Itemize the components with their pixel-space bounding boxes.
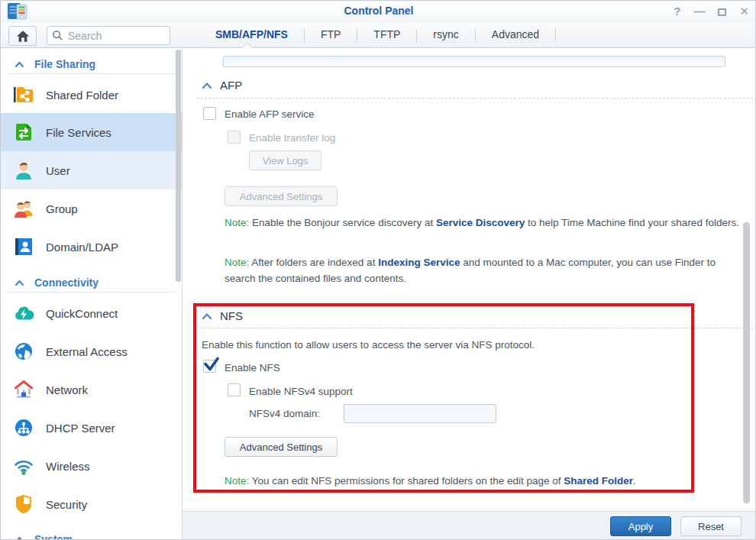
chevron-up-icon (15, 61, 24, 68)
wireless-icon (13, 455, 34, 477)
sidebar-item-label: Network (46, 383, 88, 396)
sidebar-item-wireless[interactable]: Wireless (1, 447, 183, 485)
sidebar-section-system[interactable]: System (1, 531, 183, 540)
home-button[interactable] (8, 26, 37, 46)
indexing-service-link[interactable]: Indexing Service (378, 257, 460, 268)
sidebar-item-label: External Access (46, 345, 128, 358)
nfsv4-domain-input[interactable] (344, 404, 496, 423)
note-text: . (633, 475, 636, 487)
content-scrollbar[interactable] (743, 222, 750, 503)
quickconnect-icon (13, 302, 34, 324)
enable-nfsv4-checkbox[interactable] (228, 383, 241, 396)
tab-ftp[interactable]: FTP (305, 22, 357, 47)
enable-transfer-log-label: Enable transfer log (249, 132, 335, 144)
enable-nfs-label: Enable NFS (225, 362, 280, 373)
nfs-description: Enable this function to allow users to a… (202, 339, 535, 351)
sidebar-item-domain-ldap[interactable]: Domain/LDAP (1, 228, 183, 266)
shared-folder-link[interactable]: Shared Folder (564, 475, 633, 487)
sidebar-scrollbar[interactable] (176, 50, 181, 282)
minimize-button[interactable]: — (693, 5, 705, 18)
divider (7, 292, 176, 293)
note-text: to help Time Machine find your shared fo… (525, 217, 739, 228)
divider (197, 328, 753, 328)
scrolled-panel-edge (223, 56, 725, 67)
nfs-advanced-settings-button[interactable]: Advanced Settings (225, 437, 338, 457)
tab-separator (555, 28, 556, 42)
chevron-up-icon (15, 280, 24, 286)
group-icon (13, 198, 34, 219)
sidebar-item-label: User (46, 164, 70, 177)
section-label: Connectivity (34, 276, 99, 289)
service-discovery-link[interactable]: Service Discovery (436, 217, 525, 228)
security-icon (13, 493, 34, 515)
enable-transfer-log-checkbox[interactable] (228, 131, 241, 144)
collapse-chevron-icon (202, 312, 212, 320)
enable-afp-service-label: Enable AFP service (225, 108, 315, 120)
sidebar-item-label: Wireless (46, 460, 90, 473)
afp-note-bonjour: Note: Enable the Bonjour service discove… (225, 215, 742, 231)
note-text: Enable the Bonjour service discovery at (249, 217, 436, 228)
search-box[interactable] (47, 26, 170, 45)
note-prefix: Note: (225, 475, 249, 487)
domain-ldap-icon (13, 236, 34, 257)
chevron-up-icon (15, 536, 24, 540)
note-prefix: Note: (225, 257, 249, 268)
control-panel-window: Control Panel ? — ✕ SMB/AFP/NFS FTP TFTP (0, 0, 756, 540)
apply-button[interactable]: Apply (610, 516, 671, 536)
dhcp-server-icon (13, 417, 34, 438)
maximize-button[interactable] (718, 5, 726, 18)
nfsv4-domain-label: NFSv4 domain: (249, 408, 320, 419)
enable-nfs-checkbox[interactable] (203, 360, 216, 373)
sidebar-item-label: Security (46, 498, 87, 511)
external-access-icon (13, 341, 34, 362)
enable-nfsv4-label: Enable NFSv4 support (249, 386, 353, 397)
sidebar-item-network[interactable]: Network (1, 370, 183, 409)
content-panel: AFP Enable AFP service Enable transfer l… (183, 48, 756, 511)
titlebar: Control Panel ? — ✕ (1, 1, 756, 22)
enable-afp-service-checkbox[interactable] (203, 107, 216, 120)
user-icon (13, 160, 34, 181)
sidebar: File Sharing Shared Folder (1, 48, 183, 540)
note-text: You can edit NFS permissions for shared … (249, 475, 564, 487)
section-label: System (34, 533, 73, 540)
nfs-section-header[interactable]: NFS (202, 309, 243, 322)
checkmark-icon (203, 357, 220, 372)
divider (197, 98, 753, 99)
home-icon (16, 30, 30, 43)
divider (7, 73, 176, 74)
sidebar-item-user[interactable]: User (1, 151, 183, 189)
tab-rsync[interactable]: rsync (417, 22, 474, 47)
network-icon (13, 379, 34, 400)
footer-bar: Apply Reset (183, 511, 756, 540)
search-icon (52, 30, 63, 41)
afp-section-header[interactable]: AFP (202, 79, 242, 92)
shared-folder-icon (13, 84, 34, 105)
sidebar-section-connectivity[interactable]: Connectivity (1, 274, 183, 291)
sidebar-item-external-access[interactable]: External Access (1, 332, 183, 370)
nfs-note-permissions: Note: You can edit NFS permissions for s… (225, 473, 713, 489)
file-services-icon (13, 121, 34, 143)
nfs-highlight-rectangle (193, 303, 694, 493)
nfs-section-title: NFS (220, 309, 243, 322)
tab-tftp[interactable]: TFTP (357, 22, 416, 47)
afp-advanced-settings-button[interactable]: Advanced Settings (225, 186, 338, 206)
sidebar-item-quickconnect[interactable]: QuickConnect (1, 294, 183, 332)
reset-button[interactable]: Reset (680, 516, 741, 536)
note-text: After folders are indexed at (249, 257, 378, 268)
maximize-icon (718, 8, 726, 16)
view-logs-button[interactable]: View Logs (249, 150, 321, 170)
sidebar-item-dhcp-server[interactable]: DHCP Server (1, 409, 183, 447)
sidebar-item-security[interactable]: Security (1, 485, 183, 523)
sidebar-item-group[interactable]: Group (1, 189, 183, 228)
sidebar-item-shared-folder[interactable]: Shared Folder (1, 76, 183, 114)
page-title: Control Panel (1, 5, 756, 17)
help-button[interactable]: ? (674, 5, 680, 18)
active-tab-notch (241, 43, 254, 49)
search-input[interactable] (68, 30, 152, 42)
close-button[interactable]: ✕ (739, 5, 749, 18)
sidebar-section-file-sharing[interactable]: File Sharing (1, 56, 183, 73)
note-prefix: Note: (225, 217, 249, 228)
sidebar-item-file-services[interactable]: File Services (1, 113, 183, 151)
tab-advanced[interactable]: Advanced (476, 22, 555, 47)
afp-note-indexing: Note: After folders are indexed at Index… (225, 254, 745, 286)
